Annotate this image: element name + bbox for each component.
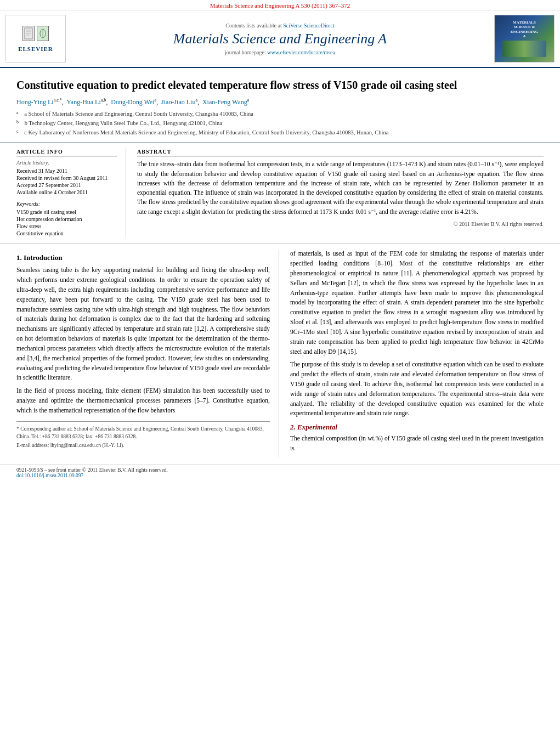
- elsevier-logo: ELSEVIER: [5, 15, 66, 63]
- revised-date: Received in revised form 30 August 2011: [16, 175, 117, 181]
- keyword-4: Constitutive equation: [16, 230, 117, 236]
- journal-title: Materials Science and Engineering A: [173, 31, 387, 47]
- keyword-3: Flow stress: [16, 223, 117, 229]
- doi-text[interactable]: doi:10.1016/j.msea.2011.09.097: [16, 473, 83, 478]
- logo-box-2: [37, 26, 49, 41]
- journal-homepage: journal homepage: www.elsevier.com/locat…: [225, 49, 335, 55]
- keyword-1: V150 grade oil casing steel: [16, 209, 117, 215]
- author-xiao-feng: Xiao-Feng Wang: [202, 98, 247, 106]
- article-info-heading: ARTICLE INFO: [16, 149, 117, 156]
- info-abstract-section: ARTICLE INFO Article history: Received 3…: [0, 143, 560, 244]
- issn-text: 0921-5093/$ – see front matter © 2011 El…: [16, 467, 168, 473]
- abstract-heading: ABSTRACT: [137, 149, 544, 156]
- bottom-bar: 0921-5093/$ – see front matter © 2011 El…: [0, 465, 560, 480]
- footnote-section: * Corresponding author at: School of Mat…: [16, 421, 270, 450]
- right-column: of materials, is used as input of the FE…: [290, 249, 544, 456]
- section1-para1: Seamless casing tube is the key supporti…: [16, 265, 270, 383]
- history-label: Article history:: [16, 160, 117, 166]
- sciverse-line: Contents lists available at SciVerse Sci…: [225, 22, 335, 29]
- article-title-section: Constitutive equation to predict elevate…: [0, 68, 560, 143]
- section1-heading: 1. Introduction: [16, 253, 270, 262]
- journal-ref-text: Materials Science and Engineering A 530 …: [210, 2, 350, 9]
- author-jiao-jiao: Jiao-Jiao Liu: [161, 98, 195, 106]
- affil-2: b b Technology Center, Hengyang Valin St…: [16, 119, 544, 128]
- authors-line: Hong-Ying Lia,c,*, Yang-Hua Lia,b, Dong-…: [16, 98, 544, 106]
- sciverse-link[interactable]: SciVerse ScienceDirect: [283, 22, 335, 29]
- elsevier-name: ELSEVIER: [18, 46, 53, 52]
- affil-3: c c Key Laboratory of Nonferrous Metal M…: [16, 128, 544, 138]
- journal-title-section: Contents lists available at SciVerse Sci…: [71, 15, 489, 63]
- affil-1: a a School of Materials Science and Engi…: [16, 110, 544, 119]
- footnote-email: E-mail address: lhying@mail.csu.edu.cn (…: [16, 442, 270, 449]
- article-title: Constitutive equation to predict elevate…: [16, 78, 544, 92]
- affiliations: a a School of Materials Science and Engi…: [16, 110, 544, 137]
- main-content: 1. Introduction Seamless casing tube is …: [0, 244, 560, 462]
- logo-box-1: [22, 26, 35, 41]
- available-date: Available online 4 October 2011: [16, 189, 117, 195]
- keyword-2: Hot compression deformation: [16, 216, 117, 222]
- received-date: Received 31 May 2011: [16, 168, 117, 174]
- footnote-corresponding: * Corresponding author at: School of Mat…: [16, 425, 270, 441]
- copyright-line: © 2011 Elsevier B.V. All rights reserved…: [137, 221, 544, 227]
- section1-para2: In the field of process modeling, finite…: [16, 386, 270, 415]
- keywords-label: Keywords:: [16, 201, 117, 207]
- homepage-url[interactable]: www.elsevier.com/locate/msea: [267, 49, 335, 55]
- cover-title: MATERIALS SCIENCE & ENGINEERING A: [511, 20, 539, 39]
- cover-image: MATERIALS SCIENCE & ENGINEERING A: [495, 15, 554, 62]
- journal-reference-bar: Materials Science and Engineering A 530 …: [0, 0, 560, 10]
- abstract-column: ABSTRACT The true stress–strain data fro…: [137, 149, 544, 237]
- article-info-column: ARTICLE INFO Article history: Received 3…: [16, 149, 126, 237]
- author-hong-ying: Hong-Ying Li: [16, 98, 54, 106]
- left-column: 1. Introduction Seamless casing tube is …: [16, 249, 279, 456]
- section1-right-para1: of materials, is used as input of the FE…: [290, 249, 544, 357]
- journal-header: ELSEVIER Contents lists available at Sci…: [0, 10, 560, 68]
- section1-right-para2: The purpose of this study is to develop …: [290, 360, 544, 418]
- author-dong-dong: Dong-Dong Wei: [111, 98, 154, 106]
- author-yang-hua: Yang-Hua Li: [66, 98, 100, 106]
- section2-text: The chemical composition (in wt.%) of V1…: [290, 434, 544, 454]
- journal-cover: MATERIALS SCIENCE & ENGINEERING A: [494, 15, 555, 63]
- accepted-date: Accepted 27 September 2011: [16, 182, 117, 188]
- section2-heading: 2. Experimental: [290, 423, 544, 432]
- abstract-text: The true stress–strain data from isother…: [137, 160, 544, 217]
